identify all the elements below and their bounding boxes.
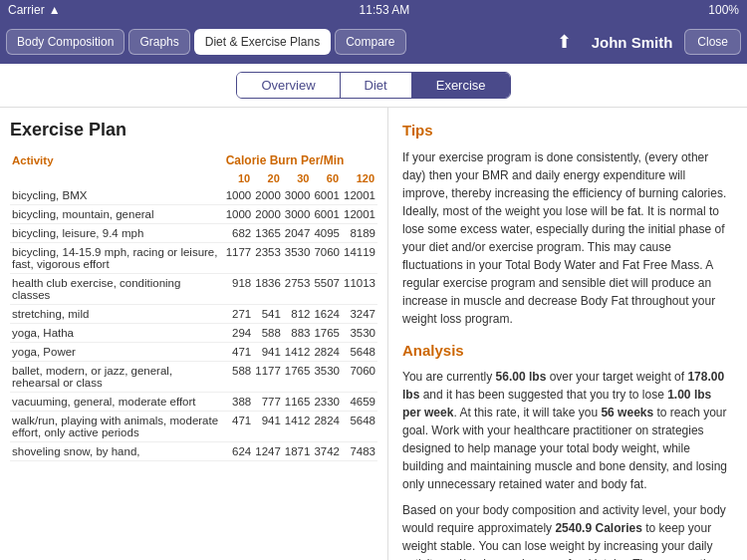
share-button[interactable]: ⬆ [549, 27, 580, 57]
activity-value: 294 [224, 324, 254, 343]
activity-value: 6001 [312, 205, 342, 224]
col-20: 20 [253, 170, 283, 186]
sub-tab-group: Overview Diet Exercise [236, 72, 510, 99]
analysis-p1-start: You are currently [402, 370, 496, 384]
battery-label: 100% [708, 3, 739, 17]
activity-value: 3530 [342, 324, 377, 343]
left-panel: Exercise Plan Activity Calorie Burn Per/… [0, 108, 388, 560]
activity-value: 3742 [312, 442, 342, 461]
nav-tab-body-composition[interactable]: Body Composition [6, 29, 124, 55]
status-bar: Carrier ▲ 11:53 AM 100% [0, 0, 747, 20]
activity-value: 941 [253, 412, 283, 442]
col-30: 30 [283, 170, 313, 186]
activity-value: 1412 [283, 343, 313, 362]
table-row: health club exercise, conditioning class… [10, 274, 377, 305]
activity-value: 3530 [283, 243, 313, 274]
analysis-paragraph-1: You are currently 56.00 lbs over your ta… [402, 368, 733, 493]
wifi-icon: ▲ [49, 3, 61, 17]
activity-table: Activity Calorie Burn Per/Min 10 20 30 6… [10, 150, 377, 461]
activity-value: 1000 [224, 186, 254, 205]
activity-value: 777 [253, 393, 283, 412]
col-60: 60 [312, 170, 342, 186]
analysis-p1-mid: over your target weight of [546, 370, 687, 384]
activity-name: bicycling, 14-15.9 mph, racing or leisur… [10, 243, 224, 274]
activity-value: 1000 [224, 205, 254, 224]
activity-value: 3247 [342, 305, 377, 324]
activity-value: 1836 [253, 274, 283, 305]
activity-value: 471 [224, 343, 254, 362]
activity-value: 7483 [342, 442, 377, 461]
activity-value: 812 [283, 305, 313, 324]
activity-value: 588 [224, 362, 254, 393]
activity-value: 588 [253, 324, 283, 343]
right-panel: Tips If your exercise program is done co… [388, 108, 747, 560]
activity-value: 941 [253, 343, 283, 362]
activity-value: 918 [224, 274, 254, 305]
activity-name: health club exercise, conditioning class… [10, 274, 224, 305]
carrier-label: Carrier [8, 3, 45, 17]
nav-bar: Body Composition Graphs Diet & Exercise … [0, 20, 747, 64]
activity-value: 5507 [312, 274, 342, 305]
table-row: ballet, modern, or jazz, general, rehear… [10, 362, 377, 393]
analysis-paragraph-2: Based on your body composition and activ… [402, 501, 733, 560]
activity-value: 3530 [312, 362, 342, 393]
activity-name: ballet, modern, or jazz, general, rehear… [10, 362, 224, 393]
col-10: 10 [224, 170, 254, 186]
activity-name: yoga, Power [10, 343, 224, 362]
activity-value: 883 [283, 324, 313, 343]
activity-value: 1871 [283, 442, 313, 461]
status-bar-left: Carrier ▲ [8, 3, 61, 17]
table-row: stretching, mild27154181216243247 [10, 305, 377, 324]
activity-value: 1247 [253, 442, 283, 461]
table-row: bicycling, BMX100020003000600112001 [10, 186, 377, 205]
analysis-p1-mid3: . At this rate, it will take you [453, 406, 601, 420]
col-120: 120 [342, 170, 377, 186]
exercise-plan-title: Exercise Plan [10, 120, 377, 140]
activity-value: 11013 [342, 274, 377, 305]
activity-value: 2047 [283, 224, 313, 243]
activity-value: 3000 [283, 186, 313, 205]
activity-name: walk/run, playing with animals, moderate… [10, 412, 224, 442]
user-name: John Smith [584, 34, 681, 51]
activity-value: 3000 [283, 205, 313, 224]
table-row: bicycling, leisure, 9.4 mph6821365204740… [10, 224, 377, 243]
activity-value: 2000 [253, 186, 283, 205]
activity-value: 2824 [312, 412, 342, 442]
nav-tab-diet-exercise[interactable]: Diet & Exercise Plans [194, 29, 331, 55]
activity-value: 682 [224, 224, 254, 243]
blank-header [10, 170, 224, 186]
sub-tab-diet[interactable]: Diet [341, 73, 412, 98]
activity-value: 1765 [283, 362, 313, 393]
nav-tab-compare[interactable]: Compare [335, 29, 405, 55]
analysis-p1-mid2: and it has been suggested that you try t… [419, 388, 667, 402]
activity-value: 1365 [253, 224, 283, 243]
activity-value: 624 [224, 442, 254, 461]
activity-value: 14119 [342, 243, 377, 274]
status-bar-right: 100% [708, 3, 739, 17]
tips-title: Tips [402, 120, 733, 142]
sub-tab-exercise[interactable]: Exercise [412, 73, 510, 98]
nav-tab-graphs[interactable]: Graphs [128, 29, 189, 55]
table-row: shoveling snow, by hand,6241247187137427… [10, 442, 377, 461]
table-row: yoga, Hatha29458888317653530 [10, 324, 377, 343]
activity-value: 7060 [342, 362, 377, 393]
activity-value: 4095 [312, 224, 342, 243]
activity-value: 5648 [342, 343, 377, 362]
activity-value: 6001 [312, 186, 342, 205]
close-button[interactable]: Close [684, 29, 741, 55]
tips-paragraph: If your exercise program is done consist… [402, 148, 733, 328]
table-row: bicycling, 14-15.9 mph, racing or leisur… [10, 243, 377, 274]
activity-value: 1765 [312, 324, 342, 343]
activity-name: bicycling, mountain, general [10, 205, 224, 224]
activity-value: 8189 [342, 224, 377, 243]
analysis-title: Analysis [402, 340, 733, 363]
activity-name: bicycling, leisure, 9.4 mph [10, 224, 224, 243]
activity-value: 271 [224, 305, 254, 324]
analysis-bold-5: 2540.9 Calories [555, 521, 641, 535]
sub-tab-overview[interactable]: Overview [237, 73, 340, 98]
activity-value: 1177 [224, 243, 254, 274]
activity-value: 541 [253, 305, 283, 324]
activity-value: 12001 [342, 186, 377, 205]
activity-value: 2000 [253, 205, 283, 224]
table-row: bicycling, mountain, general100020003000… [10, 205, 377, 224]
